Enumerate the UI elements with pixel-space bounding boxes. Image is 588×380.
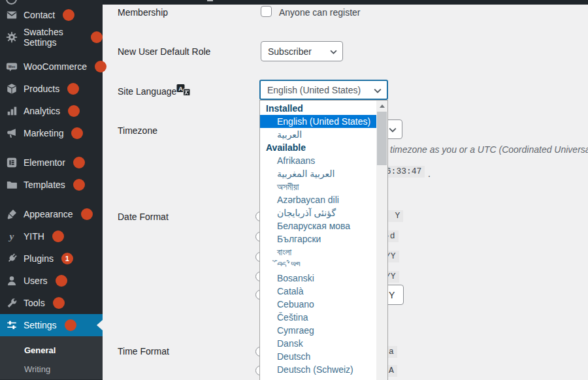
wordpress-general-settings-screen: Contact Swatches Settings WooCommerce Pr… xyxy=(0,0,588,380)
sidebar-item-marketing[interactable]: Marketing xyxy=(0,122,103,144)
sidebar-item-label: Templates xyxy=(24,180,65,190)
chevron-down-icon xyxy=(374,88,382,93)
language-option[interactable]: Cebuano xyxy=(260,298,376,311)
language-option[interactable]: Čeština xyxy=(260,311,376,324)
language-option[interactable]: Български xyxy=(260,232,376,245)
sidebar-item-products[interactable]: Products xyxy=(0,78,103,100)
language-option-label: অসমীয়া xyxy=(277,182,299,192)
language-option[interactable]: Bosanski xyxy=(260,272,376,285)
language-option[interactable]: English (United States) xyxy=(260,115,376,128)
time-format-label: Time Format xyxy=(118,346,169,356)
sidebar-item-templates[interactable]: Templates xyxy=(0,174,103,196)
language-dropdown-popup: Installed English (United States) العربي… xyxy=(259,100,388,380)
admin-top-bar xyxy=(103,0,588,5)
anyone-can-register-checkbox[interactable] xyxy=(261,6,272,17)
chart-icon xyxy=(6,105,18,117)
sidebar-item-label: Users xyxy=(24,276,48,286)
language-option-label: گؤنئی آذربایجان xyxy=(277,208,336,218)
sidebar-item-elementor[interactable]: Elementor xyxy=(0,151,103,174)
sidebar-item-label: Tools xyxy=(24,298,45,308)
language-option-label: Deutsch (Schweiz) xyxy=(277,364,353,375)
sidebar-item-contact[interactable]: Contact xyxy=(0,4,103,26)
cube-icon xyxy=(6,83,18,95)
admin-sidebar: Contact Swatches Settings WooCommerce Pr… xyxy=(0,0,103,380)
admin-bar-remnant xyxy=(207,0,213,1)
language-option-label: Bosanski xyxy=(277,273,314,283)
membership-label: Membership xyxy=(118,7,168,18)
language-option[interactable]: བོད་ཡིག xyxy=(260,259,376,272)
update-count-badge xyxy=(53,297,65,309)
language-option-label: Azərbaycan dili xyxy=(277,195,339,205)
language-option-label: བོད་ཡིག xyxy=(277,260,300,270)
update-count-badge xyxy=(91,31,103,43)
language-option-label: English (United States) xyxy=(277,116,370,127)
language-option[interactable]: বাংলা xyxy=(260,245,376,259)
site-language-select[interactable]: English (United States) xyxy=(259,80,388,100)
svg-text:A: A xyxy=(178,86,183,92)
yith-icon xyxy=(6,230,18,242)
sidebar-item-appearance[interactable]: Appearance xyxy=(0,203,103,225)
settings-submenu: GeneralWriting xyxy=(0,336,103,379)
submenu-item-general[interactable]: General xyxy=(0,341,103,360)
language-option[interactable]: Беларуская мова xyxy=(260,219,376,232)
sidebar-item-tools[interactable]: Tools xyxy=(0,292,103,314)
sidebar-item-label: Analytics xyxy=(24,106,60,116)
sidebar-item-settings[interactable]: Settings xyxy=(0,314,103,336)
sidebar-item-label: Elementor xyxy=(24,157,65,168)
universal-time-period: . xyxy=(428,168,431,179)
sidebar-item-plugins[interactable]: Plugins 1 xyxy=(0,247,103,270)
envelope-icon xyxy=(6,9,18,21)
sidebar-item-label: Plugins xyxy=(24,253,54,264)
update-count-badge xyxy=(73,179,85,191)
date-format-label: Date Format xyxy=(118,212,169,222)
scroll-up-arrow-icon xyxy=(380,104,385,108)
megaphone-icon xyxy=(6,127,18,139)
sidebar-item-label: YITH xyxy=(24,231,44,242)
timezone-description-fragment: timezone as you or a UTC (Coordinated Un… xyxy=(390,144,588,155)
language-option-label: Deutsch xyxy=(277,351,310,362)
language-option[interactable]: Afrikaans xyxy=(260,154,376,167)
dropdown-scrollbar[interactable] xyxy=(376,101,387,380)
scrollbar-thumb[interactable] xyxy=(377,112,387,165)
wrench-icon xyxy=(6,297,18,309)
language-option-list: Installed English (United States) العربي… xyxy=(260,102,376,380)
update-count-badge xyxy=(95,61,106,72)
chevron-down-icon xyxy=(389,127,397,133)
anyone-can-register-label: Anyone can register xyxy=(279,7,361,18)
woo-icon xyxy=(6,61,18,72)
new-user-default-role-select[interactable]: Subscriber xyxy=(261,41,343,61)
language-option-label: العربية المغربية xyxy=(277,168,335,179)
language-option[interactable]: Cymraeg xyxy=(260,324,376,337)
update-count-badge xyxy=(81,208,93,220)
sidebar-item-woocommerce[interactable]: WooCommerce xyxy=(0,55,103,78)
sidebar-item-label: Settings xyxy=(24,320,57,330)
sidebar-item-label: WooCommerce xyxy=(24,61,87,72)
update-count-badge: 1 xyxy=(61,253,73,264)
sidebar-item-yith[interactable]: YITH xyxy=(0,225,103,247)
submenu-item-writing[interactable]: Writing xyxy=(0,360,103,379)
sidebar-item-analytics[interactable]: Analytics xyxy=(0,100,103,122)
new-user-default-role-value: Subscriber xyxy=(268,46,312,57)
language-option[interactable]: Deutsch xyxy=(260,350,376,363)
sidebar-item-label: Swatches Settings xyxy=(24,27,83,48)
language-option[interactable]: Català xyxy=(260,285,376,298)
language-option[interactable]: گؤنئی آذربایجان xyxy=(260,206,376,219)
language-option[interactable]: অসমীয়া xyxy=(260,180,376,193)
site-language-value: English (United States) xyxy=(267,85,361,95)
folder-icon xyxy=(6,179,18,191)
sidebar-item-users[interactable]: Users xyxy=(0,270,103,292)
language-option[interactable]: Dansk xyxy=(260,337,376,350)
sidebar-item-swatches-settings[interactable]: Swatches Settings xyxy=(0,26,103,48)
brush-icon xyxy=(6,208,18,220)
language-option[interactable]: Deutsch (Schweiz) xyxy=(260,363,376,376)
language-option[interactable]: العربية المغربية xyxy=(260,167,376,180)
language-option[interactable]: العربية xyxy=(260,128,376,141)
language-option-label: العربية xyxy=(277,129,302,140)
language-option-label: Available xyxy=(266,142,306,153)
language-option[interactable]: Azərbaycan dili xyxy=(260,193,376,206)
sidebar-item-label: Appearance xyxy=(24,209,73,219)
scroll-up-button[interactable] xyxy=(376,101,387,112)
timezone-label: Timezone xyxy=(118,125,157,136)
sidebar-item-label: Contact xyxy=(24,10,55,20)
sliders-icon xyxy=(6,319,18,331)
